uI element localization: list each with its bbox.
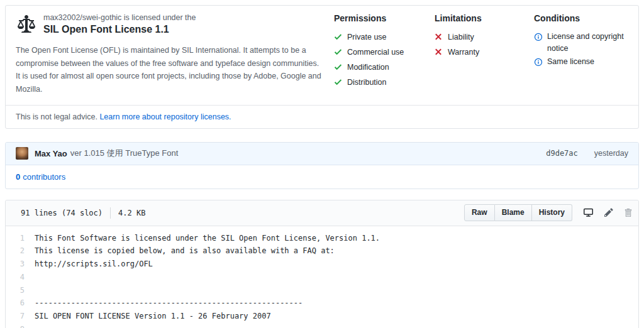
edit-pencil-icon[interactable]: [604, 207, 613, 217]
license-description: The Open Font License (OFL) is maintaine…: [16, 44, 325, 96]
line-number[interactable]: 2: [6, 244, 35, 258]
license-column-limitations: LimitationsLiabilityWarranty: [435, 13, 534, 96]
code-line-text: This license is copied below, and is als…: [35, 244, 335, 258]
line-number[interactable]: 6: [6, 297, 35, 310]
license-main: max32002/swei-gothic is licensed under t…: [6, 6, 638, 105]
rule-label: Distribution: [347, 76, 387, 90]
x-icon: [435, 32, 443, 45]
code-area: 1This Font Software is licensed under th…: [6, 226, 638, 328]
code-line: 2This license is copied below, and is al…: [6, 244, 638, 258]
code-line-text: This Font Software is licensed under the…: [35, 232, 380, 245]
rule-label: Commercial use: [347, 46, 404, 60]
raw-button[interactable]: Raw: [464, 204, 495, 221]
code-line: 5: [6, 284, 638, 297]
display-icon[interactable]: [583, 207, 594, 217]
license-page: max32002/swei-gothic is licensed under t…: [0, 0, 644, 328]
column-title: Conditions: [534, 13, 644, 23]
avatar[interactable]: [16, 147, 28, 160]
check-icon: [334, 77, 343, 90]
license-name-heading: SIL Open Font License 1.1: [43, 23, 196, 36]
commit-author-link[interactable]: Max Yao: [35, 149, 67, 158]
check-icon: [334, 32, 343, 45]
repository-licenses-link[interactable]: Learn more about repository licenses.: [99, 112, 231, 121]
license-rule-item: Commercial use: [334, 46, 435, 60]
file-header: 91 lines (74 sloc) 4.2 KB RawBlameHistor…: [6, 200, 638, 226]
delete-trash-icon[interactable]: [624, 208, 632, 217]
license-rule-item: Modification: [334, 61, 435, 75]
code-line: 7SIL OPEN FONT LICENSE Version 1.1 - 26 …: [6, 310, 638, 323]
license-column-conditions: ConditionsLicense and copyright noticeSa…: [534, 13, 644, 96]
contributors-link[interactable]: 0contributors: [16, 172, 65, 182]
disclaimer-text: This is not legal advice.: [16, 112, 97, 121]
line-number[interactable]: 4: [6, 271, 35, 284]
rule-label: Modification: [347, 61, 389, 75]
code-line: 4: [6, 271, 638, 284]
license-rule-item: Distribution: [334, 76, 435, 90]
x-icon: [435, 47, 443, 60]
license-columns: PermissionsPrivate useCommercial useModi…: [334, 12, 644, 96]
license-rule-item: Liability: [435, 31, 534, 45]
line-number[interactable]: 8: [6, 323, 35, 328]
blame-button[interactable]: Blame: [495, 204, 532, 221]
history-button[interactable]: History: [532, 204, 572, 221]
commit-time: yesterday: [594, 149, 628, 158]
info-icon: [534, 32, 543, 55]
license-rule-item: License and copyright notice: [534, 31, 644, 55]
file-info-divider: [110, 207, 111, 219]
license-summary: max32002/swei-gothic is licensed under t…: [16, 12, 334, 96]
code-line-text: ----------------------------------------…: [35, 323, 303, 328]
file-actions: RawBlameHistory: [464, 204, 632, 221]
license-rule-item: Same license: [534, 56, 644, 70]
commit-message-link[interactable]: ver 1.015 使用 TrueType Font: [70, 148, 178, 159]
line-number[interactable]: 1: [6, 232, 35, 245]
column-title: Limitations: [435, 13, 534, 23]
file-box: 91 lines (74 sloc) 4.2 KB RawBlameHistor…: [5, 200, 639, 328]
code-line-text: SIL OPEN FONT LICENSE Version 1.1 - 26 F…: [35, 310, 271, 323]
code-line-text: http://scripts.sil.org/OFL: [35, 258, 153, 271]
code-line: 3http://scripts.sil.org/OFL: [6, 258, 638, 271]
line-number[interactable]: 5: [6, 284, 35, 297]
file-size: 4.2 KB: [118, 209, 145, 217]
rule-label: License and copyright notice: [547, 31, 644, 55]
license-column-permissions: PermissionsPrivate useCommercial useModi…: [334, 13, 435, 96]
commit-box: Max Yao ver 1.015 使用 TrueType Font d9de7…: [5, 142, 639, 189]
line-number[interactable]: 3: [6, 258, 35, 271]
rule-label: Private use: [347, 31, 387, 45]
license-rule-item: Private use: [334, 31, 435, 45]
check-icon: [334, 47, 343, 60]
code-line: 1This Font Software is licensed under th…: [6, 232, 638, 245]
file-button-group: RawBlameHistory: [464, 204, 572, 221]
code-line: 6---------------------------------------…: [6, 297, 638, 310]
commit-sha-link[interactable]: d9de7ac: [546, 149, 578, 158]
contributors-row: 0contributors: [6, 165, 638, 189]
file-info: 91 lines (74 sloc) 4.2 KB: [21, 207, 145, 219]
contributors-label: contributors: [23, 172, 65, 182]
code-line-text: ----------------------------------------…: [35, 297, 303, 310]
rule-label: Liability: [448, 31, 474, 45]
code-line: 8---------------------------------------…: [6, 323, 638, 328]
file-lines-info: 91 lines (74 sloc): [21, 209, 103, 217]
rule-label: Same license: [547, 56, 594, 70]
rule-label: Warranty: [448, 46, 479, 60]
info-icon: [534, 57, 543, 70]
license-overview-box: max32002/swei-gothic is licensed under t…: [5, 5, 639, 129]
repo-license-line: max32002/swei-gothic is licensed under t…: [43, 12, 196, 23]
column-title: Permissions: [334, 13, 435, 23]
license-rule-item: Warranty: [435, 46, 534, 60]
law-scales-icon: [17, 14, 36, 36]
latest-commit-bar: Max Yao ver 1.015 使用 TrueType Font d9de7…: [6, 143, 638, 165]
line-number[interactable]: 7: [6, 310, 35, 323]
legal-disclaimer: This is not legal advice. Learn more abo…: [6, 105, 638, 128]
check-icon: [334, 62, 343, 75]
contributors-count: 0: [16, 172, 20, 182]
